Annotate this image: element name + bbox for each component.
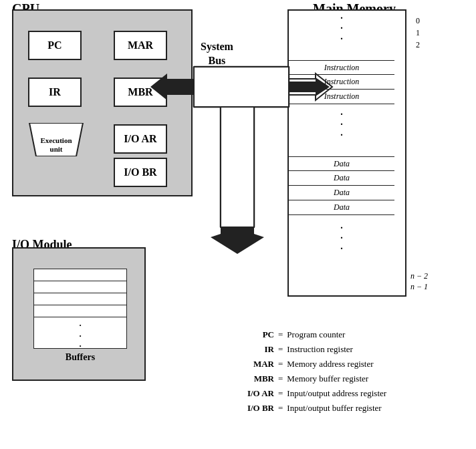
svg-rect-11 xyxy=(221,107,254,227)
legend-val-ioar: Input/output address register xyxy=(287,386,386,401)
legend-key-ioar: I/O AR xyxy=(234,386,274,401)
legend-key-pc: PC xyxy=(234,327,274,342)
svg-marker-12 xyxy=(211,227,264,254)
legend-row-pc: PC = Program counter xyxy=(234,327,386,342)
legend-val-mar: Memory address register xyxy=(287,357,373,371)
diagram-container: CPU PC IR MAR MBR I/O AR I/O BR Executio… xyxy=(0,0,476,449)
legend-key-mbr: MBR xyxy=(234,371,274,386)
legend-val-mbr: Memory buffer register xyxy=(287,371,368,386)
legend-row-mar: MAR = Memory address register xyxy=(234,357,386,371)
legend-row-ioar: I/O AR = Input/output address register xyxy=(234,386,386,401)
legend-key-mar: MAR xyxy=(234,357,274,371)
legend-key-iobr: I/O BR xyxy=(234,401,274,416)
legend-val-pc: Program counter xyxy=(287,327,345,342)
legend-row-mbr: MBR = Memory buffer register xyxy=(234,371,386,386)
svg-marker-6 xyxy=(150,73,194,100)
legend: PC = Program counter IR = Instruction re… xyxy=(234,327,386,416)
legend-key-ir: IR xyxy=(234,342,274,357)
svg-rect-5 xyxy=(194,67,289,107)
legend-row-iobr: I/O BR = Input/output buffer register xyxy=(234,401,386,416)
legend-val-iobr: Input/output buffer register xyxy=(287,401,381,416)
legend-row-ir: IR = Instruction register xyxy=(234,342,386,357)
legend-val-ir: Instruction register xyxy=(287,342,353,357)
